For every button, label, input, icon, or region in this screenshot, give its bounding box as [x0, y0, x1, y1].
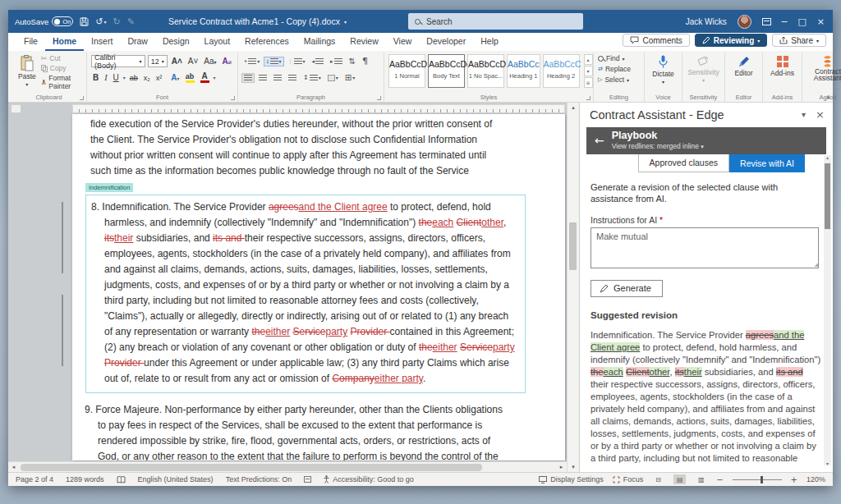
tab-draw[interactable]: Draw — [120, 33, 155, 51]
editor-button[interactable]: Editor — [729, 54, 758, 78]
show-marks-button[interactable]: ¶ — [361, 55, 370, 67]
zoom-slider-thumb[interactable] — [761, 476, 763, 483]
align-right-button[interactable] — [272, 74, 283, 82]
generate-button[interactable]: Generate — [591, 280, 663, 297]
font-color-dropdown-icon[interactable]: ▾ — [214, 75, 216, 80]
highlight-button[interactable]: ab — [184, 73, 196, 83]
word-count[interactable]: 1289 words — [66, 475, 104, 483]
share-dropdown-icon[interactable]: ▾ — [816, 38, 819, 44]
style-heading2[interactable]: AaBbCcCHeading 2 — [543, 54, 580, 88]
collapse-ribbon-icon[interactable]: ▴ — [826, 94, 830, 100]
autosave-switch[interactable]: On — [52, 16, 73, 26]
pen-mode-icon[interactable]: ✎ — [127, 16, 135, 27]
line-spacing-button[interactable]: ↕▾ — [301, 73, 323, 82]
document-page[interactable]: fide execution of the Service Provider's… — [72, 114, 565, 460]
dictate-button[interactable]: Dictate ▾ — [649, 54, 678, 85]
select-button[interactable]: ▷Select▾ — [598, 76, 640, 84]
clause-tag[interactable]: Indemnification — [85, 183, 133, 192]
style-normal[interactable]: AaBbCcD1 Normal — [388, 54, 425, 88]
document-title[interactable]: Service Contract with Acme1 - Copy (4).d… — [168, 10, 347, 33]
style-body-text[interactable]: AaBbCcDcBody Text — [428, 54, 465, 88]
scroll-up-icon[interactable]: ▴ — [824, 154, 831, 160]
pane-options-chevron-icon[interactable]: ▾ — [802, 110, 806, 119]
read-mode-button[interactable]: ⊟ — [652, 474, 664, 484]
tab-mailings[interactable]: Mailings — [296, 33, 343, 51]
align-center-button[interactable] — [257, 74, 269, 82]
horizontal-ruler[interactable] — [72, 104, 565, 113]
web-layout-button[interactable]: ▥ — [695, 474, 707, 484]
undo-button[interactable]: ↺▾ — [95, 16, 106, 27]
text-effects-button[interactable]: A▾ — [169, 73, 181, 82]
scroll-down-icon[interactable]: ▾ — [568, 464, 579, 470]
superscript-button[interactable]: x² — [154, 74, 164, 82]
tab-design[interactable]: Design — [155, 33, 197, 51]
display-settings-button[interactable]: Display Settings — [539, 475, 604, 483]
multilevel-list-button[interactable]: ⋮▾ — [287, 57, 307, 66]
accessibility-indicator[interactable]: Accessibility: Good to go — [324, 475, 414, 483]
addins-button[interactable]: Add-ins — [767, 54, 797, 78]
tab-layout[interactable]: Layout — [197, 33, 238, 51]
back-arrow-icon[interactable]: ← — [595, 134, 604, 147]
scroll-right-icon[interactable]: ▸ — [556, 464, 567, 470]
pane-close-icon[interactable]: × — [816, 108, 825, 121]
proofing-book-icon[interactable] — [117, 476, 126, 483]
tab-developer[interactable]: Developer — [419, 33, 473, 51]
underline-button[interactable]: U — [112, 73, 121, 82]
instructions-input[interactable]: Make mutual — [591, 227, 819, 268]
clear-formatting-button[interactable]: A⌀ — [221, 57, 233, 66]
zoom-in-icon[interactable]: + — [791, 475, 797, 484]
avatar[interactable] — [738, 15, 751, 29]
cut-button[interactable]: ✂Cut — [41, 54, 82, 62]
style-no-spacing[interactable]: AaBbCcD1 No Spac... — [467, 54, 504, 88]
paste-button[interactable]: Paste ▾ — [16, 54, 39, 90]
chevron-down-icon[interactable]: ▾ — [701, 144, 704, 150]
bold-button[interactable]: B — [91, 73, 100, 82]
user-name[interactable]: Jack Wicks — [686, 17, 727, 26]
tab-approved-clauses[interactable]: Approved clauses — [638, 154, 729, 172]
copy-button[interactable]: Copy — [41, 64, 82, 72]
shading-button[interactable]: ▾ — [326, 74, 340, 82]
align-left-button[interactable] — [242, 74, 254, 82]
track-changes-icon[interactable] — [304, 476, 311, 483]
format-painter-button[interactable]: Format Painter — [41, 74, 82, 90]
styles-scroll-up-icon[interactable]: ▴ — [584, 54, 593, 65]
horizontal-scrollbar[interactable]: ◂ ▸ — [8, 461, 567, 472]
suggested-revision-text[interactable]: Indemnification. The Service Provider ag… — [591, 329, 822, 467]
scroll-up-icon[interactable]: ▴ — [568, 104, 579, 111]
borders-button[interactable]: ⊞▾ — [343, 72, 356, 83]
vertical-scroll-thumb[interactable] — [569, 222, 577, 270]
ribbon-display-options-icon[interactable] — [762, 18, 771, 25]
redlines-selector[interactable]: View redlines: merged inline ▾ — [612, 142, 704, 150]
document-vertical-scrollbar[interactable]: ▴ ▾ — [567, 103, 579, 472]
scroll-left-icon[interactable]: ◂ — [8, 464, 19, 470]
tab-file[interactable]: File — [16, 33, 45, 51]
language-indicator[interactable]: English (United States) — [138, 475, 214, 483]
style-heading1[interactable]: AaBbCcHeading 1 — [507, 54, 540, 88]
resize-grip-icon[interactable]: ◢ — [814, 261, 818, 267]
paste-dropdown-icon[interactable]: ▾ — [25, 81, 28, 87]
clipboard-dialog-launcher-icon[interactable] — [80, 96, 84, 100]
numbering-button[interactable]: 1▾ — [264, 57, 283, 66]
comments-button[interactable]: Comments — [623, 34, 689, 47]
underline-dropdown-icon[interactable]: ▾ — [123, 75, 126, 80]
autosave-toggle[interactable]: AutoSave On — [15, 16, 73, 26]
italic-button[interactable]: I — [103, 73, 108, 82]
pane-scrollbar[interactable]: ▴ ▾ — [824, 155, 831, 465]
styles-dialog-launcher-icon[interactable] — [586, 96, 591, 100]
sort-button[interactable]: ⇅ — [347, 56, 357, 66]
tab-home[interactable]: Home — [45, 33, 84, 51]
pane-scroll-thumb[interactable] — [825, 163, 830, 229]
zoom-level[interactable]: 120% — [807, 475, 825, 483]
title-dropdown-icon[interactable]: ▾ — [344, 19, 347, 25]
reviewing-dropdown-icon[interactable]: ▾ — [757, 38, 760, 44]
horizontal-scroll-thumb[interactable] — [21, 464, 482, 471]
minimize-icon[interactable]: ─ — [782, 16, 788, 27]
focus-button[interactable]: Focus — [613, 475, 644, 483]
grow-font-button[interactable]: A˄ — [170, 57, 184, 66]
selected-clause-box[interactable]: 8. Indemnification. The Service Provider… — [85, 195, 526, 393]
dictate-dropdown-icon[interactable]: ▾ — [662, 79, 664, 85]
styles-more-icon[interactable]: ≡ — [584, 77, 593, 88]
strikethrough-button[interactable]: ab — [128, 74, 140, 82]
search-box[interactable]: Search — [408, 13, 583, 30]
tab-references[interactable]: References — [237, 33, 296, 51]
